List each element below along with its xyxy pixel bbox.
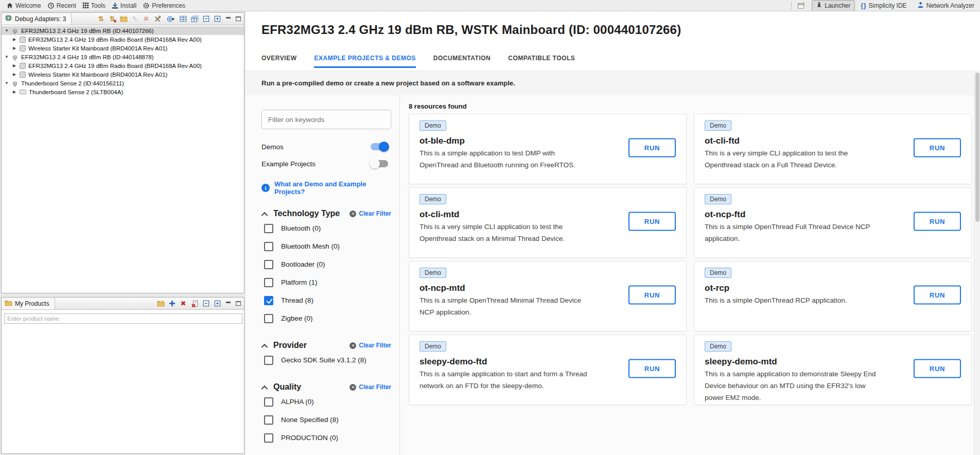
tree-row[interactable]: ▶ Wireless Starter Kit Mainboard (BRD400… — [2, 70, 244, 79]
table-copy-icon[interactable] — [190, 15, 199, 23]
tree-row[interactable]: ▶ EFR32MG13 2.4 GHz 19 dBm Radio Board (… — [2, 61, 244, 70]
expand-all-icon[interactable] — [213, 300, 221, 308]
perspective-launcher[interactable]: Launcher — [812, 0, 855, 11]
home-icon — [6, 2, 13, 9]
clear-filter-icon: ✕ — [349, 384, 356, 391]
tab-compatible-tools[interactable]: COMPATIBLE TOOLS — [508, 55, 575, 68]
tree-row[interactable]: ▶ Wireless Starter Kit Mainboard (BRD400… — [2, 44, 244, 52]
remove-all-products-icon[interactable] — [190, 300, 199, 308]
run-button[interactable]: RUN — [628, 138, 676, 157]
maximize-icon[interactable] — [235, 301, 242, 307]
run-button[interactable]: RUN — [914, 138, 961, 157]
demo-card: Demo ot-ble-dmp This is a simple applica… — [409, 114, 687, 184]
demo-info-link[interactable]: What are Demo and Example Projects? — [274, 180, 391, 196]
filter-option-row[interactable]: Platform (1) — [261, 273, 391, 291]
expander-icon[interactable]: ▶ — [13, 46, 20, 50]
chevron-up-icon[interactable] — [261, 212, 268, 218]
toggle-switch[interactable] — [371, 143, 388, 150]
examples-content: Demos Example Projects i What are Demo a… — [246, 95, 980, 455]
filter-option-row[interactable]: Gecko SDK Suite v3.1.2 (8) — [261, 351, 391, 369]
new-folder-icon[interactable] — [156, 300, 165, 308]
settings-gear-icon[interactable]: ▾ — [165, 15, 176, 23]
preferences-button[interactable]: Preferences — [143, 2, 185, 9]
checkbox[interactable] — [264, 314, 273, 323]
install-button[interactable]: Install — [112, 2, 136, 9]
keyword-filter-input[interactable] — [261, 110, 391, 129]
filter-option-row[interactable]: Thread (8) — [261, 291, 391, 309]
run-button[interactable]: RUN — [628, 285, 676, 304]
tab-documentation[interactable]: DOCUMENTATION — [433, 55, 491, 68]
checkbox[interactable] — [264, 242, 273, 251]
checkbox[interactable] — [264, 278, 273, 287]
my-products-panel: My Products ✖ — [1, 297, 244, 454]
vertical-scrollbar[interactable] — [974, 71, 980, 455]
run-button[interactable]: RUN — [914, 212, 961, 231]
welcome-button[interactable]: Welcome — [6, 2, 41, 9]
toggle-switch[interactable] — [371, 160, 388, 167]
filter-option-row[interactable]: Bootloader (0) — [261, 255, 391, 273]
checkbox[interactable] — [264, 260, 273, 269]
run-button[interactable]: RUN — [628, 212, 676, 231]
demo-card: Demo ot-rcp This is a simple OpenThread … — [694, 261, 972, 331]
tab-overview[interactable]: OVERVIEW — [261, 55, 296, 68]
clear-filter-button[interactable]: ✕ Clear Filter — [349, 210, 391, 217]
checkbox-label: Bluetooth Mesh (0) — [281, 242, 340, 250]
rename-icon[interactable]: ✎ — [131, 15, 139, 23]
table-view-icon[interactable] — [179, 15, 187, 23]
collapse-all-icon[interactable] — [202, 300, 210, 308]
expand-all-icon[interactable] — [213, 15, 221, 23]
tree-row[interactable]: ▼ Thunderboard Sense 2 (ID:440156211) — [2, 79, 244, 87]
minimize-icon[interactable] — [224, 16, 232, 22]
tree-row[interactable]: ▶ EFR32MG13 2.4 GHz 19 dBm Radio Board (… — [2, 35, 244, 44]
tree-row[interactable]: ▼ EFR32MG13 2.4 GHz 19 dBm RB (ID:440148… — [2, 52, 244, 61]
run-button[interactable]: RUN — [914, 285, 961, 304]
product-search-input[interactable] — [4, 313, 242, 324]
filter-option-row[interactable]: PRODUCTION (0) — [261, 429, 391, 447]
expander-icon[interactable]: ▼ — [5, 55, 11, 59]
debug-adapters-tab[interactable]: Debug Adapters: 3 — [2, 13, 72, 25]
checkbox[interactable] — [264, 415, 273, 425]
clear-filter-button[interactable]: ✕ Clear Filter — [349, 342, 391, 349]
expander-icon[interactable]: ▶ — [13, 90, 20, 94]
perspective-network-analyzer[interactable]: Network Analyzer — [913, 0, 979, 11]
tools-button[interactable]: Tools — [82, 2, 106, 9]
collapse-all-icon[interactable] — [202, 15, 210, 23]
perspective-simplicity-ide[interactable]: { } Simplicity IDE — [856, 1, 911, 11]
filter-option-row[interactable]: Zigbee (0) — [261, 309, 391, 327]
checkbox[interactable] — [264, 397, 273, 407]
checkbox[interactable] — [264, 224, 273, 233]
checkbox[interactable] — [264, 356, 273, 365]
tree-row[interactable]: ▼ EFR32MG13 2.4 GHz 19 dBm RB (ID:440107… — [2, 26, 244, 35]
add-product-icon[interactable] — [168, 300, 176, 308]
delete-adapter-icon[interactable]: ✖ — [142, 15, 150, 23]
device-tools-icon[interactable] — [153, 15, 162, 23]
tree-row[interactable]: ▶ Thunderboard Sense 2 (SLTB004A) — [2, 87, 244, 96]
expander-icon[interactable]: ▶ — [13, 63, 20, 68]
minimize-icon[interactable] — [224, 301, 232, 307]
reconnect-adapter-icon[interactable]: ⇅ — [97, 15, 105, 23]
run-button[interactable]: RUN — [628, 359, 676, 378]
checkbox[interactable] — [264, 433, 273, 443]
expander-icon[interactable]: ▼ — [5, 28, 11, 33]
my-products-tab[interactable]: My Products — [2, 297, 55, 309]
recent-button[interactable]: Recent — [47, 2, 76, 9]
disconnect-adapter-icon[interactable]: ⇅✖ — [108, 15, 116, 23]
expander-icon[interactable]: ▶ — [13, 37, 20, 42]
filter-option-row[interactable]: ALPHA (0) — [261, 393, 391, 411]
open-perspective-icon[interactable] — [795, 1, 808, 10]
filter-option-row[interactable]: Bluetooth (0) — [261, 219, 391, 237]
chevron-up-icon[interactable] — [261, 343, 268, 350]
new-group-icon[interactable] — [119, 15, 128, 23]
scrollbar-thumb[interactable] — [975, 73, 979, 222]
expander-icon[interactable]: ▶ — [13, 72, 20, 77]
maximize-icon[interactable] — [235, 16, 242, 22]
chevron-up-icon[interactable] — [261, 385, 268, 392]
tab-example-projects-demos[interactable]: EXAMPLE PROJECTS & DEMOS — [314, 55, 415, 68]
clear-filter-button[interactable]: ✕ Clear Filter — [349, 383, 391, 391]
filter-option-row[interactable]: Bluetooth Mesh (0) — [261, 237, 391, 255]
run-button[interactable]: RUN — [914, 359, 961, 378]
remove-product-icon[interactable]: ✖ — [179, 300, 187, 308]
checkbox[interactable] — [264, 296, 273, 305]
expander-icon[interactable]: ▼ — [5, 81, 11, 85]
filter-option-row[interactable]: None Specified (8) — [261, 411, 391, 429]
